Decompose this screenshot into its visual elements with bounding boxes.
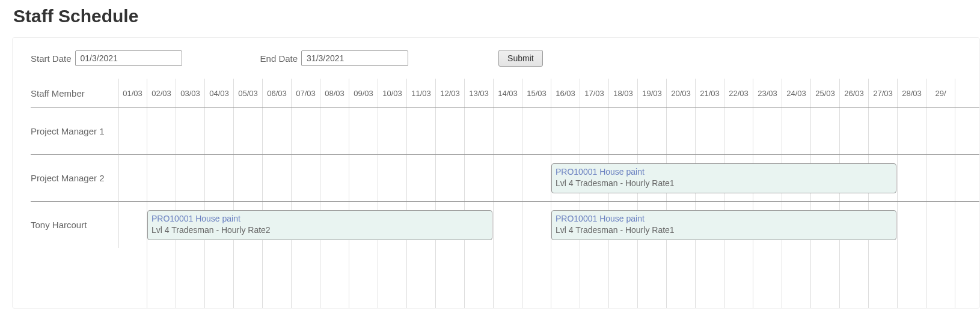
gantt-cell	[205, 155, 234, 201]
task-bar[interactable]: PRO10001 House paintLvl 4 Tradesman - Ho…	[551, 163, 896, 193]
task-title[interactable]: PRO10001 House paint	[556, 166, 892, 177]
date-header-cell: 29/	[926, 79, 955, 107]
date-header-row: 01/0302/0303/0304/0305/0306/0307/0308/03…	[118, 79, 979, 107]
gantt-row: PRO10001 House paintLvl 4 Tradesman - Ho…	[118, 154, 979, 201]
task-title[interactable]: PRO10001 House paint	[152, 213, 488, 224]
gantt-cell	[696, 248, 724, 308]
end-date-input[interactable]	[301, 50, 408, 66]
gantt-cell	[638, 108, 667, 154]
date-header-cell: 25/03	[811, 79, 840, 107]
gantt-cell	[753, 248, 782, 308]
gantt-cell	[436, 108, 465, 154]
date-header-cell: 09/03	[349, 79, 378, 107]
gantt-cell	[263, 248, 292, 308]
date-header-cell: 05/03	[234, 79, 263, 107]
date-header-cell: 22/03	[724, 79, 753, 107]
end-date-label: End Date	[260, 53, 298, 64]
date-header-cell: 03/03	[176, 79, 205, 107]
gantt-cell	[782, 108, 811, 154]
gantt-cell	[292, 248, 320, 308]
start-date-input[interactable]	[75, 50, 182, 66]
page-title: Staff Schedule	[0, 0, 980, 32]
gantt-cell	[494, 108, 522, 154]
gantt-row: PRO10001 House paintLvl 4 Tradesman - Ho…	[118, 201, 979, 248]
gantt-cell	[580, 108, 609, 154]
gantt-cell	[926, 108, 955, 154]
gantt-cell	[436, 155, 465, 201]
gantt-cell	[494, 248, 522, 308]
gantt-cell	[320, 108, 349, 154]
gantt-cell	[147, 108, 176, 154]
staff-name-cell: Tony Harcourt	[31, 201, 118, 248]
date-header-cell: 14/03	[494, 79, 522, 107]
gantt-cell	[292, 155, 320, 201]
gantt-cell	[724, 108, 753, 154]
date-header-cell: 06/03	[263, 79, 292, 107]
gantt-cell	[898, 155, 926, 201]
gantt-cell	[263, 155, 292, 201]
gantt-cell	[378, 108, 407, 154]
date-header-cell: 17/03	[580, 79, 609, 107]
task-title[interactable]: PRO10001 House paint	[556, 213, 892, 224]
gantt-cell	[840, 248, 869, 308]
gantt-empty-row	[118, 248, 979, 308]
gantt-cell	[320, 248, 349, 308]
submit-button[interactable]: Submit	[498, 50, 543, 67]
gantt-cell	[349, 108, 378, 154]
date-header-cell: 02/03	[147, 79, 176, 107]
date-header-cell: 01/03	[118, 79, 147, 107]
gantt-cell	[522, 155, 551, 201]
gantt-cell	[522, 202, 551, 248]
gantt-cell	[782, 248, 811, 308]
date-header-cell: 13/03	[465, 79, 494, 107]
gantt-cell	[234, 108, 263, 154]
gantt-cell	[898, 248, 926, 308]
gantt-cell	[205, 248, 234, 308]
gantt-cell	[320, 155, 349, 201]
task-bar[interactable]: PRO10001 House paintLvl 4 Tradesman - Ho…	[551, 210, 896, 240]
date-header-cell: 21/03	[696, 79, 724, 107]
gantt-cell	[407, 155, 436, 201]
task-desc: Lvl 4 Tradesman - Hourly Rate1	[556, 177, 892, 189]
gantt-cell	[378, 155, 407, 201]
task-desc: Lvl 4 Tradesman - Hourly Rate1	[556, 224, 892, 236]
gantt-cell	[407, 108, 436, 154]
date-header-cell: 26/03	[840, 79, 869, 107]
gantt-cell	[436, 248, 465, 308]
gantt-cell	[465, 248, 494, 308]
date-header-cell: 24/03	[782, 79, 811, 107]
gantt-cell	[118, 108, 147, 154]
gantt-cell	[522, 108, 551, 154]
date-header-cell: 04/03	[205, 79, 234, 107]
gantt-cell	[580, 248, 609, 308]
gantt-cell	[609, 108, 638, 154]
filter-row: Start Date End Date Submit	[13, 50, 979, 79]
date-header-cell: 10/03	[378, 79, 407, 107]
gantt-cell	[926, 202, 955, 248]
gantt-cell	[118, 202, 147, 248]
gantt-cell	[926, 155, 955, 201]
gantt-cell	[667, 108, 696, 154]
gantt-cell	[522, 248, 551, 308]
date-header-cell: 08/03	[320, 79, 349, 107]
gantt-cell	[292, 108, 320, 154]
gantt-cell	[465, 108, 494, 154]
task-bar[interactable]: PRO10001 House paintLvl 4 Tradesman - Ho…	[147, 210, 492, 240]
gantt-cell	[551, 108, 580, 154]
staff-member-header: Staff Member	[31, 79, 118, 107]
schedule-panel: Start Date End Date Submit Staff Member …	[12, 37, 980, 309]
date-header-cell: 11/03	[407, 79, 436, 107]
gantt-cell	[263, 108, 292, 154]
gantt-cell	[638, 248, 667, 308]
gantt-cell	[118, 248, 147, 308]
staff-name-cell: Project Manager 2	[31, 154, 118, 201]
date-header-cell: 28/03	[898, 79, 926, 107]
staff-name-cell: Project Manager 1	[31, 107, 118, 154]
start-date-label: Start Date	[31, 53, 72, 64]
gantt-cell	[349, 155, 378, 201]
gantt-cell	[465, 155, 494, 201]
task-desc: Lvl 4 Tradesman - Hourly Rate2	[152, 224, 488, 236]
date-header-cell: 27/03	[869, 79, 898, 107]
gantt-cell	[869, 108, 898, 154]
gantt-cell	[494, 202, 522, 248]
